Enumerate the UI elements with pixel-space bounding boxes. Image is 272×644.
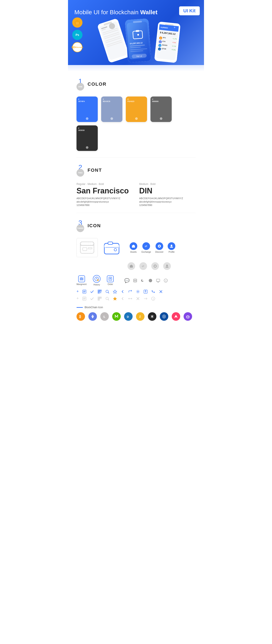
din-lower: abcdefghijklmnopqrstuvwxyz	[139, 200, 196, 203]
assets-icon-gray	[128, 262, 135, 270]
tool-icons-inactive-row: + i	[76, 296, 196, 301]
color-section: 1 ONE COLOR #3574FA #8DA0C8 #F5A623 #666…	[68, 72, 204, 157]
gear-icon	[136, 290, 140, 294]
hero-shadow	[68, 65, 204, 72]
mangment-label: Mangment	[76, 283, 86, 286]
svg-rect-147	[98, 299, 99, 300]
phone-mockups-svg: $ 6,297,502.12 Sign up myWallet +	[74, 18, 198, 65]
misc-icons-row: 💬 i	[124, 278, 168, 283]
wallet-filled-svg	[104, 241, 120, 254]
app-icon-history: History	[93, 275, 100, 286]
section-num-3: 3 THREE	[76, 219, 84, 232]
swatch-dark: #303030	[76, 126, 98, 151]
svg-point-130	[106, 290, 108, 293]
svg-point-91	[154, 266, 156, 267]
sf-numbers: 1234567890	[76, 204, 133, 206]
din-numbers: 1234567890	[139, 204, 196, 206]
transfer-icon	[151, 290, 155, 294]
bottom-spacer	[76, 321, 196, 327]
wallet-icons-row: Assets ⇄ Exchange Discover Profile	[76, 238, 196, 257]
zcash-icon: Z	[136, 312, 144, 321]
arrow-right-icon-gray	[144, 296, 148, 301]
svg-rect-146	[100, 297, 101, 298]
swatch-dot	[86, 146, 88, 149]
svg-text:D: D	[127, 315, 129, 318]
lisk-icon	[160, 312, 168, 321]
icon-title: ICON	[88, 223, 101, 228]
dash-icon: D	[124, 312, 132, 321]
svg-line-171	[186, 316, 187, 316]
hero-title-bold: Wallet	[140, 9, 158, 16]
swatch-dot	[86, 117, 88, 120]
app-icon-order: Order	[107, 276, 114, 286]
sf-weights: Regular · Medium · Bold	[76, 182, 133, 186]
tool-icons-active-row: +	[76, 289, 196, 294]
qr-icon-gray	[98, 296, 102, 301]
hero-title-normal: Mobile UI for Blockchain	[74, 9, 140, 16]
profile-icon	[168, 242, 175, 250]
svg-point-92	[166, 264, 168, 266]
sf-lower: abcdefghijklmnopqrstuvwxyz	[76, 200, 133, 203]
qr-icon	[98, 290, 102, 294]
section-num-2: 2 TWO	[76, 164, 84, 176]
svg-rect-128	[100, 293, 100, 293]
circle-icon	[148, 278, 152, 283]
search-icon-gray	[105, 296, 110, 301]
font-grid: Regular · Medium · Bold San Francisco AB…	[76, 182, 196, 206]
history-label: History	[94, 284, 100, 286]
nav-icon-discover: Discover	[155, 242, 164, 253]
profile-label: Profile	[168, 251, 174, 253]
svg-rect-66	[88, 248, 92, 249]
svg-rect-126	[100, 292, 100, 292]
exchange-icon-gray: ⇄	[140, 262, 147, 270]
swatch-slate: #8DA0C8	[101, 96, 122, 122]
svg-text:i: i	[166, 280, 166, 282]
svg-rect-107	[110, 279, 111, 280]
svg-rect-123	[98, 290, 99, 291]
order-label: Order	[108, 283, 113, 286]
svg-text:⇄: ⇄	[145, 244, 147, 248]
svg-point-111	[149, 279, 152, 282]
svg-text:QT: QT	[159, 49, 161, 50]
svg-point-133	[137, 291, 138, 292]
svg-rect-129	[101, 292, 101, 292]
svg-rect-95	[80, 279, 83, 280]
svg-text:+: +	[174, 26, 176, 29]
nav-icons-row: Assets ⇄ Exchange Discover Profile	[130, 242, 175, 253]
icon-wallet-filled-container	[102, 239, 121, 256]
svg-marker-88	[130, 264, 133, 268]
ui-kit-badge: UI Kit	[179, 6, 200, 15]
svg-text:Z: Z	[139, 315, 141, 318]
exchange-label: Exchange	[142, 251, 151, 253]
moon-icon	[141, 278, 145, 283]
svg-point-148	[106, 297, 108, 300]
mangment-icon	[78, 276, 85, 282]
svg-text:⇄: ⇄	[142, 264, 144, 268]
share-icon	[128, 290, 132, 294]
svg-text:E: E	[160, 42, 161, 43]
din-upper: ABCDEFGHIJKLMNOPQRSTUVWXYZ	[139, 197, 196, 200]
svg-rect-93	[80, 277, 81, 278]
swatch-dot	[160, 117, 162, 120]
svg-marker-83	[132, 245, 135, 248]
swatch-blue: #3574FA	[76, 96, 98, 122]
hero-section: Mobile UI for Blockchain Wallet UI Kit P…	[68, 0, 204, 65]
stack-icon	[133, 278, 137, 283]
svg-point-87	[171, 245, 172, 246]
list-icon-gray	[82, 296, 86, 301]
svg-rect-25	[136, 30, 140, 32]
svg-text:Ł: Ł	[104, 315, 106, 318]
app-icon-mangment: Mangment	[76, 276, 86, 286]
close-icon	[159, 290, 163, 294]
swatch-orange: #F5A623	[126, 96, 147, 122]
icon-section: 3 THREE ICON	[68, 213, 204, 334]
svg-rect-80	[104, 245, 119, 247]
svg-rect-22	[127, 22, 150, 60]
star-filled-icon	[113, 296, 117, 301]
star-icon	[113, 290, 117, 294]
app-icons-row: Mangment History Order 💬	[76, 275, 196, 286]
polygon-icon	[184, 312, 192, 321]
check-icon	[90, 290, 94, 294]
ark-icon	[172, 312, 180, 321]
assets-label: Assets	[130, 251, 137, 253]
